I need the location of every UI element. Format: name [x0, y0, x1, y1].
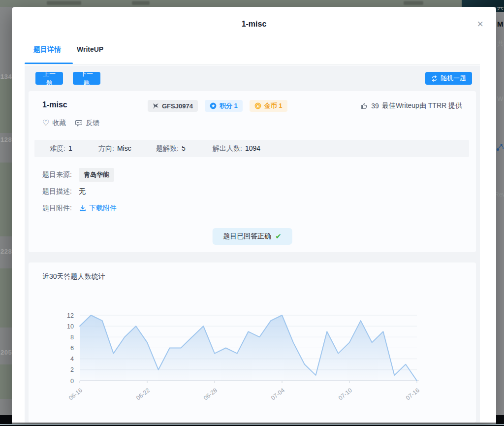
- like-count: 39: [371, 102, 379, 110]
- heart-icon: ♡: [42, 120, 49, 127]
- thumbs-up-icon[interactable]: [360, 102, 368, 110]
- challenge-code-badge: GFSJ0974: [148, 100, 198, 112]
- challenge-code-label: GFSJ0974: [162, 102, 193, 110]
- challenge-detail-dialog: 1-misc × 题目详情 WriteUP 上一题 下一题 随机一题 1-mis…: [12, 7, 496, 423]
- svg-text:06-28: 06-28: [202, 387, 219, 401]
- best-writeup-row: 39 最佳Writeup由 TTRR 提供: [360, 101, 462, 110]
- score-star-icon: ★: [210, 102, 217, 109]
- viewport-bottom-bar: [0, 424, 504, 426]
- badge-row: GFSJ0974 ★ 积分 1 ◆ 金币 1: [148, 100, 287, 112]
- source-row: 题目来源: 青岛华能: [42, 168, 114, 182]
- answer-stats-card: 近30天答题人数统计 02468101206-1606-2206-2807-04…: [29, 262, 476, 423]
- svg-text:07-16: 07-16: [405, 387, 421, 401]
- stat-solvers: 解出人数:1094: [213, 144, 260, 153]
- coin-badge: ◆ 金币 1: [250, 100, 287, 112]
- check-icon: ✔: [275, 232, 282, 241]
- source-tag: 青岛华能: [79, 168, 114, 182]
- challenge-detail-card: 1-misc GFSJ0974 ★ 积分 1 ◆: [29, 91, 476, 252]
- description-label: 题目描述:: [42, 187, 72, 196]
- svg-text:8: 8: [70, 334, 74, 341]
- stat-difficulty: 难度:1: [50, 144, 72, 153]
- download-attachment-link[interactable]: 下载附件: [79, 204, 117, 213]
- attachment-row: 题目附件: 下载附件: [42, 204, 117, 213]
- description-value: 无: [79, 187, 86, 196]
- tab-challenge-detail[interactable]: 题目详情: [33, 45, 61, 54]
- tab-writeup[interactable]: WriteUP: [77, 45, 103, 53]
- challenge-stats-bar: 难度:1 方向:Misc 题解数:5 解出人数:1094: [34, 140, 469, 157]
- random-question-label: 随机一题: [441, 74, 466, 83]
- shuffle-icon: [431, 75, 438, 82]
- dialog-title: 1-misc: [12, 20, 496, 29]
- attachment-label: 题目附件:: [42, 204, 72, 213]
- challenge-name: 1-misc: [42, 100, 67, 109]
- prev-question-button[interactable]: 上一题: [35, 72, 63, 85]
- svg-text:★: ★: [211, 103, 215, 108]
- download-attachment-label: 下载附件: [89, 204, 117, 213]
- next-question-button[interactable]: 下一题: [73, 72, 100, 85]
- source-label: 题目来源:: [42, 170, 72, 179]
- tab-divider: [25, 64, 480, 65]
- score-label: 积分 1: [220, 101, 238, 110]
- svg-text:2: 2: [70, 366, 74, 373]
- description-row: 题目描述: 无: [42, 187, 86, 196]
- action-row: ♡ 收藏 反馈: [42, 119, 99, 128]
- random-question-button[interactable]: 随机一题: [425, 72, 472, 85]
- svg-text:07-04: 07-04: [270, 387, 286, 401]
- svg-text:◆: ◆: [256, 104, 259, 107]
- svg-text:06-22: 06-22: [135, 387, 151, 401]
- svg-text:4: 4: [70, 356, 74, 362]
- favorite-label: 收藏: [52, 119, 66, 128]
- close-icon[interactable]: ×: [477, 19, 483, 30]
- stat-writeups: 题解数:5: [156, 144, 186, 153]
- feedback-bubble-icon: [75, 119, 83, 127]
- tab-content-panel: 上一题 下一题 随机一题 1-misc GFSJ0974: [25, 66, 480, 423]
- answered-status-badge: 题目已回答正确 ✔: [212, 228, 292, 245]
- download-icon: [79, 204, 87, 212]
- answered-text: 题目已回答正确: [223, 232, 271, 241]
- stat-category: 方向:Misc: [98, 144, 131, 153]
- coin-label: 金币 1: [264, 101, 283, 110]
- gold-coin-icon: ◆: [254, 102, 261, 109]
- svg-text:06-16: 06-16: [67, 387, 84, 401]
- feedback-button[interactable]: 反馈: [75, 119, 99, 128]
- platform-logo-icon: [153, 103, 159, 109]
- svg-text:12: 12: [67, 312, 74, 319]
- best-writeup-text: 最佳Writeup由 TTRR 提供: [382, 101, 462, 110]
- favorite-button[interactable]: ♡ 收藏: [42, 119, 66, 128]
- score-badge: ★ 积分 1: [205, 100, 243, 112]
- chart-title: 近30天答题人数统计: [42, 272, 105, 281]
- answer-stats-chart: 02468101206-1606-2206-2807-0407-1007-16: [45, 304, 449, 408]
- feedback-label: 反馈: [86, 119, 99, 128]
- svg-text:07-10: 07-10: [337, 387, 353, 401]
- svg-text:10: 10: [67, 323, 74, 330]
- svg-text:0: 0: [70, 378, 74, 385]
- svg-text:6: 6: [70, 345, 74, 352]
